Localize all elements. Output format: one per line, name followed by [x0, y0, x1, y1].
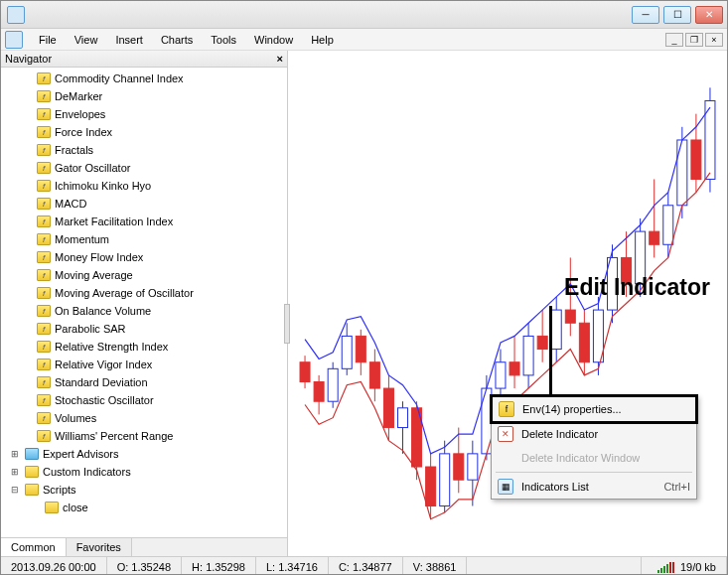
menu-file[interactable]: File — [31, 32, 65, 48]
indicator-item[interactable]: fEnvelopes — [1, 105, 287, 123]
indicator-icon: f — [37, 108, 51, 120]
connection-bars-icon — [652, 561, 680, 573]
indicator-label: Money Flow Index — [55, 251, 143, 263]
context-separator — [496, 472, 692, 473]
indicator-label: Fractals — [55, 144, 93, 156]
svg-rect-51 — [650, 231, 659, 244]
indicator-item[interactable]: fMoney Flow Index — [1, 248, 287, 266]
tree-group-scripts[interactable]: ⊟Scripts — [1, 481, 287, 499]
status-open: O: 1.35248 — [107, 557, 182, 575]
status-datetime: 2013.09.26 00:00 — [1, 557, 107, 575]
navigator-tree[interactable]: fCommodity Channel IndexfDeMarkerfEnvelo… — [1, 68, 287, 537]
svg-rect-25 — [468, 454, 478, 480]
indicator-icon: f — [37, 305, 51, 317]
indicator-item[interactable]: fIchimoku Kinko Hyo — [1, 177, 287, 195]
context-item-delete-window: Delete Indicator Window — [492, 446, 696, 470]
mdi-close-button[interactable]: × — [705, 33, 723, 47]
tab-common[interactable]: Common — [1, 538, 67, 556]
menu-help[interactable]: Help — [303, 32, 342, 48]
menu-tools[interactable]: Tools — [203, 32, 244, 48]
indicator-label: Gator Oscillator — [55, 162, 130, 174]
window-minimize-button[interactable]: ─ — [632, 6, 659, 24]
navigator-panel: Navigator × fCommodity Channel IndexfDeM… — [1, 51, 288, 556]
svg-rect-3 — [314, 381, 324, 401]
indicator-label: MACD — [55, 198, 86, 210]
indicator-item[interactable]: fOn Balance Volume — [1, 302, 287, 320]
expander-icon[interactable]: ⊞ — [9, 449, 21, 459]
indicator-icon: f — [37, 323, 51, 335]
context-item-indicators-list[interactable]: ▦ Indicators List Ctrl+I — [492, 475, 696, 499]
indicator-item[interactable]: fCommodity Channel Index — [1, 70, 287, 87]
indicator-icon: f — [37, 394, 51, 406]
list-icon: ▦ — [498, 479, 513, 495]
menu-window[interactable]: Window — [246, 32, 301, 48]
indicator-label: Momentum — [55, 233, 109, 245]
indicator-item[interactable]: fForce Index — [1, 123, 287, 141]
indicator-icon: f — [37, 144, 51, 156]
properties-icon: f — [499, 401, 514, 417]
indicator-icon: f — [37, 216, 51, 227]
window-close-button[interactable]: ✕ — [695, 6, 723, 24]
group-label: Custom Indicators — [43, 466, 131, 478]
svg-rect-23 — [454, 454, 464, 480]
group-label: Scripts — [43, 484, 76, 496]
indicator-item[interactable]: fMomentum — [1, 230, 287, 248]
menu-insert[interactable]: Insert — [107, 32, 151, 48]
indicator-item[interactable]: fParabolic SAR — [1, 320, 287, 338]
indicator-item[interactable]: fStandard Deviation — [1, 373, 287, 391]
indicator-label: Standard Deviation — [55, 376, 148, 388]
context-item-delete-indicator[interactable]: ✕ Delete Indicator — [492, 422, 696, 446]
expander-icon[interactable]: ⊞ — [9, 467, 21, 477]
expander-icon[interactable]: ⊟ — [9, 485, 21, 495]
indicator-icon: f — [37, 359, 51, 370]
tree-group-expert-advisors[interactable]: ⊞Expert Advisors — [1, 445, 287, 463]
script-item[interactable]: close — [1, 499, 287, 516]
indicator-item[interactable]: fDeMarker — [1, 87, 287, 105]
indicator-icon: f — [37, 376, 51, 388]
status-high: H: 1.35298 — [182, 557, 256, 575]
indicator-item[interactable]: fMACD — [1, 195, 287, 213]
status-traffic: 19/0 kb — [680, 561, 716, 573]
svg-rect-39 — [565, 310, 575, 323]
menu-view[interactable]: View — [67, 32, 106, 48]
indicator-label: Relative Vigor Index — [55, 359, 152, 370]
tab-favorites[interactable]: Favorites — [67, 538, 132, 556]
navigator-header: Navigator × — [1, 51, 287, 68]
indicator-item[interactable]: fWilliams' Percent Range — [1, 427, 287, 445]
context-item-properties[interactable]: f Env(14) properties... — [490, 394, 698, 424]
indicator-item[interactable]: fRelative Vigor Index — [1, 356, 287, 373]
svg-rect-15 — [398, 408, 408, 428]
indicator-item[interactable]: fMoving Average — [1, 266, 287, 284]
app-icon — [7, 6, 25, 24]
indicator-item[interactable]: fFractals — [1, 141, 287, 159]
indicator-item[interactable]: fGator Oscillator — [1, 159, 287, 177]
mdi-restore-button[interactable]: ❐ — [685, 33, 703, 47]
indicator-item[interactable]: fRelative Strength Index — [1, 338, 287, 356]
indicator-label: DeMarker — [55, 90, 102, 102]
context-label-delete: Delete Indicator — [521, 428, 598, 440]
indicator-item[interactable]: fMoving Average of Oscillator — [1, 284, 287, 302]
menu-charts[interactable]: Charts — [153, 32, 201, 48]
mdi-minimize-button[interactable]: _ — [665, 33, 683, 47]
indicator-label: Force Index — [55, 126, 112, 138]
group-label: Expert Advisors — [43, 448, 118, 460]
window-maximize-button[interactable]: ☐ — [663, 6, 691, 24]
indicator-item[interactable]: fMarket Facilitation Index — [1, 213, 287, 230]
svg-rect-21 — [440, 454, 450, 506]
statusbar: 2013.09.26 00:00 O: 1.35248 H: 1.35298 L… — [1, 556, 727, 575]
navigator-close-button[interactable]: × — [277, 53, 283, 65]
indicator-item[interactable]: fVolumes — [1, 409, 287, 427]
navigator-tabs: Common Favorites — [1, 537, 287, 556]
script-label: close — [63, 502, 88, 513]
app-menu-icon[interactable] — [5, 31, 23, 49]
indicator-icon: f — [37, 162, 51, 174]
navigator-title: Navigator — [5, 53, 52, 65]
context-shortcut: Ctrl+I — [663, 481, 690, 493]
delete-window-icon — [498, 450, 513, 466]
indicator-item[interactable]: fStochastic Oscillator — [1, 391, 287, 409]
menubar: File View Insert Charts Tools Window Hel… — [1, 29, 727, 51]
tree-group-custom-indicators[interactable]: ⊞Custom Indicators — [1, 463, 287, 481]
annotation-label: Edit Indicator — [564, 274, 710, 301]
svg-rect-29 — [496, 362, 506, 388]
group-icon — [25, 484, 39, 496]
